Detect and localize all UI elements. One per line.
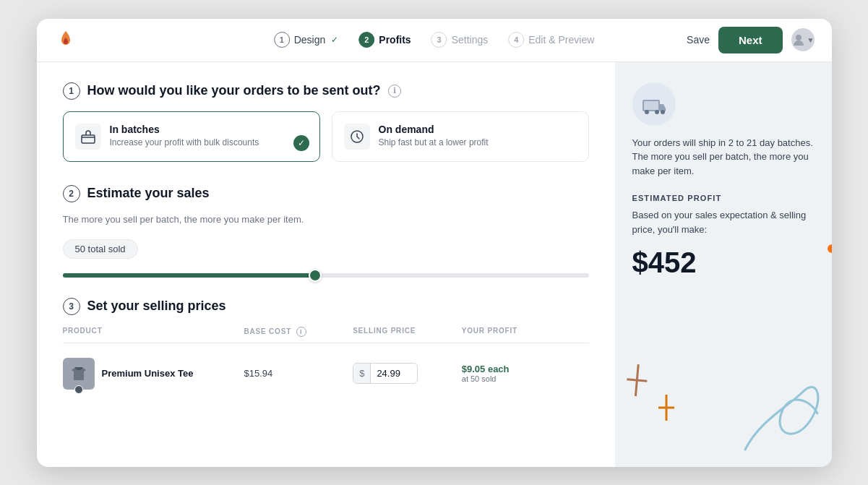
step4-label: Edit & Preview <box>528 34 594 46</box>
app-window: 1 Design ✓ 2 Profits 3 Settings 4 Edit &… <box>37 19 832 467</box>
step3-label: Settings <box>452 34 489 46</box>
step3-num: 3 <box>431 32 447 48</box>
step-design[interactable]: 1 Design ✓ <box>274 32 339 48</box>
demand-text: On demand Ship fast but at a lower profi… <box>379 124 489 147</box>
section1-title: How would you like your orders to be sen… <box>87 83 381 98</box>
deco-swirl <box>731 377 832 467</box>
content-area: 1 How would you like your orders to be s… <box>37 62 615 467</box>
option-batches[interactable]: In batches Increase your profit with bul… <box>63 111 320 162</box>
section2-header: 2 Estimate your sales <box>63 185 589 202</box>
product-name: Premium Unisex Tee <box>102 368 194 379</box>
price-table-header: Product BASE COST i Selling Price Your P… <box>63 327 589 343</box>
selling-price-field[interactable]: $ <box>353 363 418 384</box>
product-thumbnail <box>63 358 95 390</box>
estimated-profit-desc: Based on your sales expectation & sellin… <box>632 208 815 236</box>
header-actions: Save Next ▼ <box>687 27 814 53</box>
batches-check: ✓ <box>293 135 309 151</box>
step1-check: ✓ <box>331 35 338 45</box>
svg-point-0 <box>796 35 802 40</box>
section-prices: 3 Set your selling prices Product BASE C… <box>63 298 589 395</box>
section3-num: 3 <box>63 298 80 315</box>
section2-num: 2 <box>63 185 80 202</box>
orange-dot <box>828 244 832 253</box>
section-estimate: 2 Estimate your sales The more you sell … <box>63 185 589 278</box>
svg-point-7 <box>661 110 665 114</box>
svg-rect-4 <box>644 101 658 110</box>
col-product: Product <box>63 327 244 337</box>
col-selling-price: Selling Price <box>353 327 462 337</box>
steps-nav: 1 Design ✓ 2 Profits 3 Settings 4 Edit &… <box>274 32 595 48</box>
order-options: In batches Increase your profit with bul… <box>63 111 589 162</box>
section3-header: 3 Set your selling prices <box>63 298 589 315</box>
product-color <box>74 385 83 394</box>
slider-label: 50 total sold <box>63 239 138 259</box>
base-cost-value: $15.94 <box>244 368 353 379</box>
svg-line-9 <box>627 379 647 380</box>
svg-point-5 <box>645 110 649 114</box>
demand-icon <box>344 124 370 150</box>
slider-container <box>63 273 589 278</box>
step2-num: 2 <box>358 32 374 48</box>
step1-num: 1 <box>274 32 290 48</box>
svg-line-8 <box>635 364 638 396</box>
next-button[interactable]: Next <box>718 27 783 53</box>
main-content: 1 How would you like your orders to be s… <box>37 62 832 467</box>
deco-cross1 <box>624 363 648 402</box>
demand-desc: Ship fast but at a lower profit <box>379 137 489 147</box>
profit-value: $452 <box>632 246 815 279</box>
shipping-icon <box>632 82 676 126</box>
batches-desc: Increase your profit with bulk discounts <box>110 137 259 147</box>
section2-title: Estimate your sales <box>87 186 210 201</box>
step2-label: Profits <box>379 34 411 46</box>
svg-point-6 <box>655 110 659 114</box>
section1-num: 1 <box>63 82 80 100</box>
batches-title: In batches <box>110 124 259 135</box>
option-demand[interactable]: On demand Ship fast but at a lower profi… <box>332 111 589 162</box>
deco-cross2 <box>658 395 674 424</box>
price-table: Product BASE COST i Selling Price Your P… <box>63 327 589 395</box>
currency-prefix: $ <box>353 364 371 383</box>
price-input[interactable] <box>371 364 414 383</box>
col-base-cost: BASE COST i <box>244 327 353 337</box>
demand-title: On demand <box>379 124 489 135</box>
section-order-type: 1 How would you like your orders to be s… <box>63 82 589 162</box>
section1-info-icon[interactable]: ℹ <box>388 85 401 98</box>
section2-desc: The more you sell per batch, the more yo… <box>63 214 589 225</box>
step-settings[interactable]: 3 Settings <box>431 32 489 48</box>
logo-icon <box>54 28 77 51</box>
estimated-profit-label: Estimated Profit <box>632 194 815 202</box>
section1-header: 1 How would you like your orders to be s… <box>63 82 589 100</box>
save-button[interactable]: Save <box>687 34 710 46</box>
profit-amount: $9.05 each <box>462 364 589 374</box>
product-info: Premium Unisex Tee <box>63 358 244 390</box>
step-edit-preview[interactable]: 4 Edit & Preview <box>508 32 594 48</box>
profit-info: $9.05 each at 50 sold <box>462 364 589 383</box>
col-profit: Your Profit <box>462 327 589 337</box>
table-row: Premium Unisex Tee $15.94 $ $9.05 each a… <box>63 352 589 395</box>
user-avatar[interactable]: ▼ <box>791 28 815 51</box>
section3-title: Set your selling prices <box>87 299 226 314</box>
step1-label: Design <box>294 34 326 46</box>
profit-units: at 50 sold <box>462 374 589 383</box>
header: 1 Design ✓ 2 Profits 3 Settings 4 Edit &… <box>37 19 832 62</box>
ship-description: Your orders will ship in 2 to 21 day bat… <box>632 136 815 179</box>
svg-rect-1 <box>82 135 95 143</box>
step-profits[interactable]: 2 Profits <box>358 32 411 48</box>
batches-icon <box>75 124 101 150</box>
right-sidebar: Your orders will ship in 2 to 21 day bat… <box>615 62 832 467</box>
step4-num: 4 <box>508 32 524 48</box>
batches-text: In batches Increase your profit with bul… <box>110 124 259 147</box>
